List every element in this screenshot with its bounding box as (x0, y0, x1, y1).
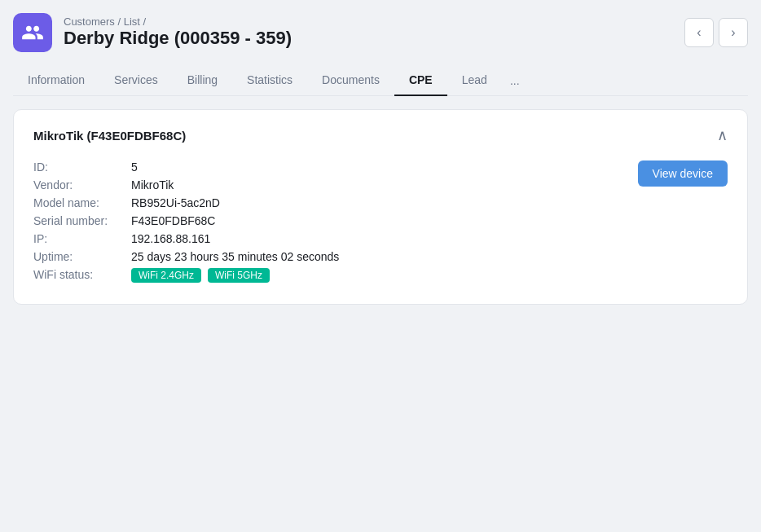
breadcrumb-list[interactable]: List (124, 15, 140, 28)
vendor-value: MikroTik (131, 178, 174, 191)
device-details: ID: 5 Vendor: MikroTik Model name: RB952… (33, 160, 728, 288)
ip-value: 192.168.88.161 (131, 232, 210, 245)
page-title: Derby Ridge (000359 - 359) (64, 28, 292, 49)
collapse-icon[interactable]: ∧ (717, 126, 728, 144)
model-value: RB952Ui-5ac2nD (131, 196, 220, 209)
serial-label: Serial number: (33, 214, 131, 227)
prev-button[interactable]: ‹ (684, 18, 714, 47)
header-left: Customers / List / Derby Ridge (000359 -… (13, 13, 292, 52)
breadcrumb-sep1: / (117, 15, 123, 28)
page-header: Customers / List / Derby Ridge (000359 -… (13, 13, 748, 52)
device-fields: ID: 5 Vendor: MikroTik Model name: RB952… (33, 160, 618, 288)
tabs-bar: Information Services Billing Statistics … (13, 65, 748, 96)
wifi-badge-24ghz: WiFi 2.4GHz (131, 268, 201, 283)
cpe-section-header: MikroTik (F43E0FDBF68C) ∧ (33, 126, 728, 144)
field-row-uptime: Uptime: 25 days 23 hours 35 minutes 02 s… (33, 250, 618, 263)
model-label: Model name: (33, 196, 131, 209)
field-row-wifi: WiFi status: WiFi 2.4GHz WiFi 5GHz (33, 268, 618, 283)
tab-lead[interactable]: Lead (447, 65, 502, 96)
uptime-label: Uptime: (33, 250, 131, 263)
field-row-id: ID: 5 (33, 160, 618, 174)
view-device-button[interactable]: View device (638, 160, 728, 187)
people-icon (21, 21, 44, 44)
field-row-ip: IP: 192.168.88.161 (33, 232, 618, 245)
breadcrumb-customers[interactable]: Customers (64, 15, 115, 28)
cpe-section: MikroTik (F43E0FDBF68C) ∧ ID: 5 Vendor: … (14, 110, 747, 304)
field-row-serial: Serial number: F43E0FDBF68C (33, 214, 618, 227)
uptime-value: 25 days 23 hours 35 minutes 02 seconds (131, 250, 339, 263)
ip-label: IP: (33, 232, 131, 245)
tab-more[interactable]: ... (502, 66, 528, 95)
tab-cpe[interactable]: CPE (394, 65, 447, 96)
wifi-label: WiFi status: (33, 268, 131, 281)
tab-statistics[interactable]: Statistics (232, 65, 307, 96)
field-row-vendor: Vendor: MikroTik (33, 178, 618, 191)
wifi-badges-container: WiFi 2.4GHz WiFi 5GHz (131, 268, 273, 283)
id-value: 5 (131, 160, 138, 174)
main-card: MikroTik (F43E0FDBF68C) ∧ ID: 5 Vendor: … (13, 109, 748, 305)
avatar (13, 13, 52, 52)
cpe-section-title: MikroTik (F43E0FDBF68C) (33, 129, 186, 143)
tab-documents[interactable]: Documents (307, 65, 394, 96)
page-container: Customers / List / Derby Ridge (000359 -… (13, 13, 748, 305)
header-navigation: ‹ › (684, 18, 748, 47)
tab-services[interactable]: Services (99, 65, 173, 96)
breadcrumb: Customers / List / (64, 15, 292, 28)
id-label: ID: (33, 160, 131, 174)
vendor-label: Vendor: (33, 178, 131, 191)
wifi-badge-5ghz: WiFi 5GHz (208, 268, 270, 283)
next-button[interactable]: › (719, 18, 748, 47)
breadcrumb-sep2: / (143, 15, 147, 28)
tab-information[interactable]: Information (13, 65, 99, 96)
header-title-block: Customers / List / Derby Ridge (000359 -… (64, 15, 292, 49)
field-row-model: Model name: RB952Ui-5ac2nD (33, 196, 618, 209)
view-device-container: View device (638, 160, 728, 187)
serial-value: F43E0FDBF68C (131, 214, 215, 227)
tab-billing[interactable]: Billing (173, 65, 232, 96)
